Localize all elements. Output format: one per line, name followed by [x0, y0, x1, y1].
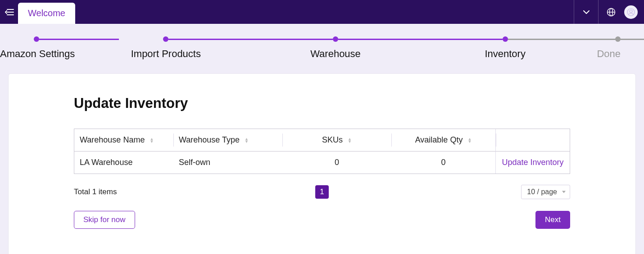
action-row: Skip for now Next — [74, 211, 570, 229]
col-warehouse-name[interactable]: Warehouse Name ▲▼ — [74, 129, 173, 151]
step-line — [168, 39, 333, 40]
table-row: LA Warehouse Self-own 0 0 Update Invento… — [74, 151, 570, 174]
step-dot — [615, 36, 621, 42]
step-label: Import Products — [131, 48, 201, 60]
skip-button[interactable]: Skip for now — [74, 211, 135, 229]
cell-action: Update Inventory — [495, 151, 570, 174]
sort-icon: ▲▼ — [348, 138, 352, 143]
sort-icon: ▲▼ — [467, 138, 472, 143]
topbar-right — [574, 0, 644, 24]
topbar-dropdown-button[interactable] — [574, 0, 599, 24]
table-header-row: Warehouse Name ▲▼ Warehouse Type ▲▼ SKUs… — [74, 129, 570, 151]
col-label: SKUs — [322, 135, 343, 144]
col-skus[interactable]: SKUs ▲▼ — [282, 129, 391, 151]
sort-icon: ▲▼ — [245, 138, 249, 143]
col-label: Warehouse Type — [179, 135, 240, 144]
step-line — [338, 39, 503, 40]
svg-point-7 — [630, 10, 632, 13]
next-button-label: Next — [545, 215, 561, 224]
step-line — [39, 39, 119, 40]
main-card: Update Inventory Warehouse Name ▲▼ Wareh… — [8, 73, 636, 254]
language-button[interactable] — [599, 0, 623, 24]
col-label: Warehouse Name — [80, 135, 145, 144]
chevron-down-icon — [583, 10, 590, 14]
user-avatar[interactable] — [624, 5, 638, 19]
cell-warehouse-name: LA Warehouse — [74, 151, 173, 174]
col-available-qty[interactable]: Available Qty ▲▼ — [391, 129, 495, 151]
col-warehouse-type[interactable]: Warehouse Type ▲▼ — [173, 129, 282, 151]
menu-collapse-icon — [5, 8, 14, 16]
step-label: Inventory — [485, 48, 526, 60]
cell-skus: 0 — [282, 151, 391, 174]
cell-warehouse-type: Self-own — [173, 151, 282, 174]
tab-welcome[interactable]: Welcome — [18, 3, 75, 24]
total-items-text: Total 1 items — [74, 187, 117, 196]
step-label: Warehouse — [310, 48, 361, 60]
setup-stepper: Amazon Settings Import Products Warehous… — [0, 24, 644, 65]
menu-toggle-button[interactable] — [2, 0, 17, 24]
update-inventory-link[interactable]: Update Inventory — [502, 158, 563, 167]
col-action — [495, 129, 570, 151]
skip-button-label: Skip for now — [83, 215, 126, 224]
globe-icon — [607, 8, 616, 17]
step-line — [508, 39, 644, 40]
next-button[interactable]: Next — [535, 211, 570, 229]
page-number-button[interactable]: 1 — [315, 185, 329, 199]
inventory-table: Warehouse Name ▲▼ Warehouse Type ▲▼ SKUs… — [74, 129, 570, 174]
step-dot — [503, 36, 508, 42]
cell-available-qty: 0 — [391, 151, 495, 174]
step-label: Amazon Settings — [0, 48, 75, 60]
step-dot — [163, 36, 168, 42]
step-dot — [333, 36, 338, 42]
sort-icon: ▲▼ — [150, 138, 154, 143]
step-dot — [34, 36, 39, 42]
page-size-select[interactable]: 10 / page — [521, 185, 570, 199]
page-title: Update Inventory — [74, 95, 570, 111]
avatar-icon — [627, 8, 635, 16]
table-footer: Total 1 items 1 10 / page — [74, 185, 570, 199]
col-label: Available Qty — [415, 135, 463, 144]
step-label: Done — [597, 48, 621, 60]
page-size-label: 10 / page — [527, 188, 557, 196]
tab-welcome-label: Welcome — [28, 8, 65, 18]
step-amazon-settings[interactable]: Amazon Settings — [0, 36, 81, 60]
top-bar: Welcome — [0, 0, 644, 24]
